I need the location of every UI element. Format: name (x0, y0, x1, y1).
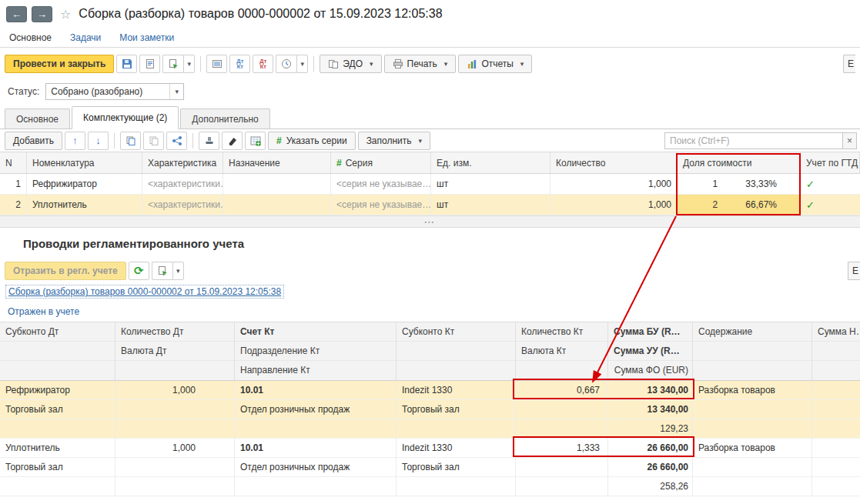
cell-sum[interactable]: 13 340,00 (608, 381, 693, 399)
cell-content[interactable] (693, 419, 812, 438)
reports-button[interactable]: Отчеты (458, 55, 532, 73)
cell-subconto-kt[interactable]: Торговый зал (397, 458, 516, 476)
search-clear-button[interactable] (843, 132, 857, 149)
cell-qty-dt[interactable] (115, 458, 235, 476)
table-settings-button[interactable] (245, 132, 266, 150)
header-label[interactable]: Сумма БУ (R… (608, 322, 692, 342)
cell-unit[interactable]: шт (431, 195, 550, 215)
status-select[interactable]: Собрано (разобрано) (45, 83, 184, 100)
create-based-on-button[interactable] (162, 55, 183, 73)
back-button[interactable] (6, 6, 27, 22)
more-button[interactable]: Е (843, 55, 855, 73)
reflected-status-link[interactable]: Отражен в учете (8, 306, 79, 317)
share-structure-button[interactable] (166, 132, 187, 150)
post-and-close-button[interactable]: Провести и закрыть (5, 55, 114, 73)
document-link[interactable]: Сборка (разборка) товаров 0000-000002 от… (6, 285, 283, 298)
status-dropdown-icon[interactable] (169, 84, 183, 99)
cell-series[interactable]: <серия не указывае… (331, 195, 431, 215)
cell-gtd-check[interactable]: ✓ (801, 195, 860, 215)
postings-export-button[interactable] (152, 262, 172, 280)
scheduled-tasks-dropdown[interactable] (296, 55, 308, 73)
col-header-nomenclature[interactable]: Номенклатура (27, 152, 142, 173)
cell-account-kt[interactable]: 10.01 (235, 381, 397, 399)
cell-qty-dt[interactable] (115, 419, 235, 438)
cell-direction-kt[interactable] (235, 477, 397, 496)
cell-sum[interactable]: 26 660,00 (608, 439, 693, 457)
cell-cost-share[interactable]: 2 66,67% (678, 195, 801, 215)
cell-department-kt[interactable]: Отдел розничных продаж (235, 458, 397, 476)
cell-qty-kt[interactable] (516, 477, 608, 496)
cell-sum-n[interactable] (812, 400, 860, 419)
postings-more-button[interactable]: Е (848, 262, 860, 280)
header-label[interactable]: Субконто Дт (0, 322, 115, 342)
components-row-2[interactable]: 2 Уплотнитель <характеристики… <серия не… (0, 195, 860, 215)
forward-button[interactable] (32, 6, 52, 22)
create-based-on-dropdown[interactable] (183, 55, 195, 73)
header-label[interactable]: Валюта Дт (115, 342, 234, 361)
header-label[interactable]: Счет Кт (235, 322, 396, 342)
document-journal-button[interactable] (206, 55, 227, 73)
cell-direction-kt[interactable] (235, 419, 397, 438)
nav-tab-notes[interactable]: Мои заметки (119, 32, 174, 43)
cell-content[interactable]: Разборка товаров (693, 381, 812, 399)
tab-additional[interactable]: Дополнительно (180, 108, 269, 129)
cell-sum[interactable]: 258,26 (608, 477, 693, 496)
cell-content[interactable] (693, 400, 812, 419)
cell-department-kt[interactable]: Отдел розничных продаж (235, 400, 397, 419)
posting-row[interactable]: 258,26 (0, 477, 860, 496)
header-label[interactable]: Сумма ФО (EUR) (608, 361, 692, 380)
cell-subconto-dt[interactable] (0, 477, 115, 496)
cell-qty-kt[interactable] (516, 458, 608, 476)
cell-qty-dt[interactable]: 1,000 (115, 439, 235, 457)
cell-subconto-kt[interactable] (397, 419, 516, 438)
col-header-gtd[interactable]: Учет по ГТД (801, 152, 860, 173)
posting-row[interactable]: 129,23 (0, 419, 860, 439)
col-header-quantity[interactable]: Количество (550, 152, 678, 173)
tab-components[interactable]: Комплектующие (2) (72, 106, 179, 129)
cell-sum-n[interactable] (812, 458, 860, 476)
cell-sum-n[interactable] (812, 419, 860, 438)
cell-sum[interactable]: 26 660,00 (608, 458, 693, 476)
cell-purpose[interactable] (223, 195, 331, 215)
header-label[interactable]: Субконто Кт (397, 322, 515, 342)
cell-sum-n[interactable] (812, 439, 860, 457)
print-button[interactable]: Печать (384, 55, 457, 73)
cell-n[interactable]: 2 (0, 195, 27, 215)
cell-subconto-kt[interactable]: Торговый зал (397, 400, 516, 419)
cell-n[interactable]: 1 (0, 174, 27, 194)
col-header-unit[interactable]: Ед. изм. (431, 152, 550, 173)
col-header-characteristic[interactable]: Характеристика (142, 152, 223, 173)
posting-row[interactable]: Уплотнитель 1,000 10.01 Indezit 1330 1,3… (0, 439, 860, 458)
header-label[interactable]: Направление Кт (235, 361, 396, 380)
col-header-purpose[interactable]: Назначение (223, 152, 331, 173)
save-button[interactable] (116, 55, 137, 73)
splitter-handle[interactable] (0, 215, 860, 228)
cell-subconto-dt[interactable]: Торговый зал (0, 400, 115, 419)
col-header-cost-share[interactable]: Доля стоимости (678, 152, 801, 173)
header-label[interactable]: Содержание (693, 322, 811, 342)
components-row-1[interactable]: 1 Рефрижиратор <характеристики… <серия н… (0, 174, 860, 195)
postings-dtkt-button[interactable] (229, 55, 250, 73)
cell-subconto-dt[interactable]: Уплотнитель (0, 439, 115, 457)
header-label[interactable]: Валюта Кт (516, 342, 607, 361)
postings-export-dropdown[interactable] (172, 262, 184, 280)
cell-qty-dt[interactable] (115, 477, 235, 496)
specify-series-button[interactable]: Указать серии (268, 132, 356, 150)
scheduled-tasks-button[interactable] (276, 55, 296, 73)
cell-characteristic[interactable]: <характеристики… (142, 195, 223, 215)
cell-subconto-kt[interactable]: Indezit 1330 (397, 439, 516, 457)
edo-button[interactable]: ЭДО (320, 55, 381, 73)
reflect-in-accounting-button[interactable]: Отразить в регл. учете (5, 262, 126, 280)
registers-dtkt-button[interactable] (253, 55, 273, 73)
post-document-button[interactable] (139, 55, 160, 73)
cell-subconto-dt[interactable] (0, 419, 115, 438)
header-label[interactable]: Подразделение Кт (235, 342, 396, 361)
copy-disabled-button[interactable] (143, 132, 164, 150)
eraser-button[interactable] (222, 132, 243, 150)
cell-quantity[interactable]: 1,000 (550, 174, 678, 194)
add-button[interactable]: Добавить (5, 132, 62, 150)
cell-qty-dt[interactable] (115, 400, 235, 419)
cell-content[interactable]: Разборка товаров (693, 439, 812, 457)
stamp-button[interactable] (199, 132, 219, 150)
move-up-button[interactable] (65, 132, 85, 150)
